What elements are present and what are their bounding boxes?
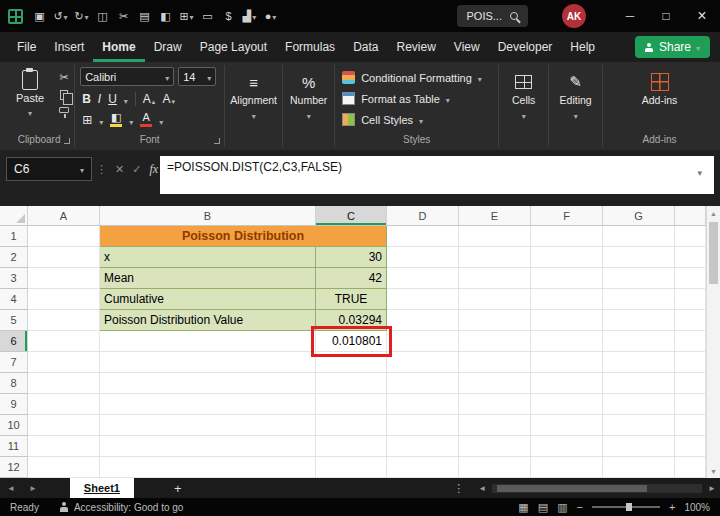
cell-E1[interactable] [459, 226, 531, 247]
cell-F4[interactable] [531, 289, 603, 310]
undo-icon[interactable]: ↺ [50, 5, 71, 27]
cell-E8[interactable] [459, 373, 531, 394]
cell-B10[interactable] [100, 415, 316, 436]
shrink-font-button[interactable]: A▾ [162, 93, 175, 105]
add-sheet-button[interactable]: + [168, 481, 188, 496]
cell-F10[interactable] [531, 415, 603, 436]
borders-icon[interactable]: ⊞ [176, 5, 197, 27]
cell-D6[interactable] [387, 331, 459, 352]
zoom-slider[interactable] [592, 506, 660, 508]
sheet-nav-left-icon[interactable]: ◄ [0, 484, 22, 493]
cell-G11[interactable] [603, 436, 675, 457]
row-header-10[interactable]: 10 [0, 415, 28, 436]
view-page-break-icon[interactable]: ▥ [557, 501, 567, 514]
cell-G1[interactable] [603, 226, 675, 247]
styles-item-conditional-formatting[interactable]: Conditional Formatting [340, 67, 493, 88]
cell-B2[interactable]: x [100, 247, 316, 268]
cell-E11[interactable] [459, 436, 531, 457]
cell-D10[interactable] [387, 415, 459, 436]
cell-F3[interactable] [531, 268, 603, 289]
cell-F6[interactable] [531, 331, 603, 352]
cell-G6[interactable] [603, 331, 675, 352]
cell-G4[interactable] [603, 289, 675, 310]
cell-x8[interactable] [675, 373, 706, 394]
cut-icon[interactable]: ✂ [113, 5, 134, 27]
cell-E4[interactable] [459, 289, 531, 310]
row-header-12[interactable]: 12 [0, 457, 28, 478]
cell-A1[interactable] [28, 226, 100, 247]
cell-F1[interactable] [531, 226, 603, 247]
cell-A4[interactable] [28, 289, 100, 310]
cell-G12[interactable] [603, 457, 675, 478]
excel-app-icon[interactable] [8, 9, 23, 24]
addins-button[interactable]: Add-ins [638, 67, 682, 137]
cell-F11[interactable] [531, 436, 603, 457]
hscroll-left-icon[interactable]: ◄ [474, 484, 490, 493]
row-header-4[interactable]: 4 [0, 289, 28, 310]
cell-G5[interactable] [603, 310, 675, 331]
sheet-tab-sheet1[interactable]: Sheet1 [70, 478, 134, 498]
format-painter-icon[interactable] [59, 107, 69, 113]
cell-F7[interactable] [531, 352, 603, 373]
italic-button[interactable]: I [98, 93, 101, 105]
font-size-combo[interactable]: 14 [178, 67, 216, 86]
cell-C2[interactable]: 30 [316, 247, 387, 268]
paste-button[interactable]: Paste [9, 67, 51, 121]
cell-B9[interactable] [100, 394, 316, 415]
cell-D2[interactable] [387, 247, 459, 268]
cell-A11[interactable] [28, 436, 100, 457]
cell-C8[interactable] [316, 373, 387, 394]
underline-button[interactable]: U [108, 93, 117, 105]
save-icon[interactable]: ▣ [29, 5, 50, 27]
cell-C11[interactable] [316, 436, 387, 457]
cell-A12[interactable] [28, 457, 100, 478]
tab-draw[interactable]: Draw [145, 32, 191, 62]
cell-B11[interactable] [100, 436, 316, 457]
cell-x2[interactable] [675, 247, 706, 268]
cell-B3[interactable]: Mean [100, 268, 316, 289]
cell-C6[interactable]: 0.010801 [316, 331, 387, 352]
column-header-C[interactable]: C [316, 206, 387, 226]
cell-x1[interactable] [675, 226, 706, 247]
zoom-in-button[interactable]: + [669, 501, 675, 513]
tab-insert[interactable]: Insert [45, 32, 93, 62]
cell-x3[interactable] [675, 268, 706, 289]
cell-B6[interactable] [100, 331, 316, 352]
row-header-3[interactable]: 3 [0, 268, 28, 289]
record-icon[interactable]: ● [260, 5, 281, 27]
tab-view[interactable]: View [445, 32, 489, 62]
cell-B7[interactable] [100, 352, 316, 373]
number-button[interactable]: % Number [288, 67, 329, 137]
fill-color-button[interactable]: ◧ [110, 112, 122, 127]
enter-icon[interactable]: ✓ [132, 163, 141, 176]
cell-A7[interactable] [28, 352, 100, 373]
paste-icon[interactable]: ▤ [134, 5, 155, 27]
kebab-icon[interactable]: ⋮ [443, 482, 474, 495]
row-header-11[interactable]: 11 [0, 436, 28, 457]
editing-button[interactable]: ✎ Editing [554, 67, 597, 137]
cell-C4[interactable]: TRUE [316, 289, 387, 310]
printer-icon[interactable]: ▭ [197, 5, 218, 27]
styles-item-format-as-table[interactable]: Format as Table [340, 88, 493, 109]
cells-button[interactable]: Cells [504, 67, 543, 137]
cell-x7[interactable] [675, 352, 706, 373]
cell-D12[interactable] [387, 457, 459, 478]
cell-F2[interactable] [531, 247, 603, 268]
cell-B4[interactable]: Cumulative [100, 289, 316, 310]
cell-x5[interactable] [675, 310, 706, 331]
cell-x9[interactable] [675, 394, 706, 415]
cell-A8[interactable] [28, 373, 100, 394]
cell-C7[interactable] [316, 352, 387, 373]
cell-B8[interactable] [100, 373, 316, 394]
row-header-7[interactable]: 7 [0, 352, 28, 373]
cell-F5[interactable] [531, 310, 603, 331]
cancel-icon[interactable]: ✕ [115, 163, 124, 176]
copy-icon[interactable]: ◫ [92, 5, 113, 27]
styles-item-cell-styles[interactable]: Cell Styles [340, 109, 493, 130]
tab-help[interactable]: Help [561, 32, 604, 62]
currency-icon[interactable]: $ [218, 5, 239, 27]
cell-A6[interactable] [28, 331, 100, 352]
grow-font-button[interactable]: A▴ [143, 93, 156, 105]
formula-input[interactable]: =POISSON.DIST(C2,C3,FALSE) ▾ [160, 156, 714, 194]
cell-B12[interactable] [100, 457, 316, 478]
